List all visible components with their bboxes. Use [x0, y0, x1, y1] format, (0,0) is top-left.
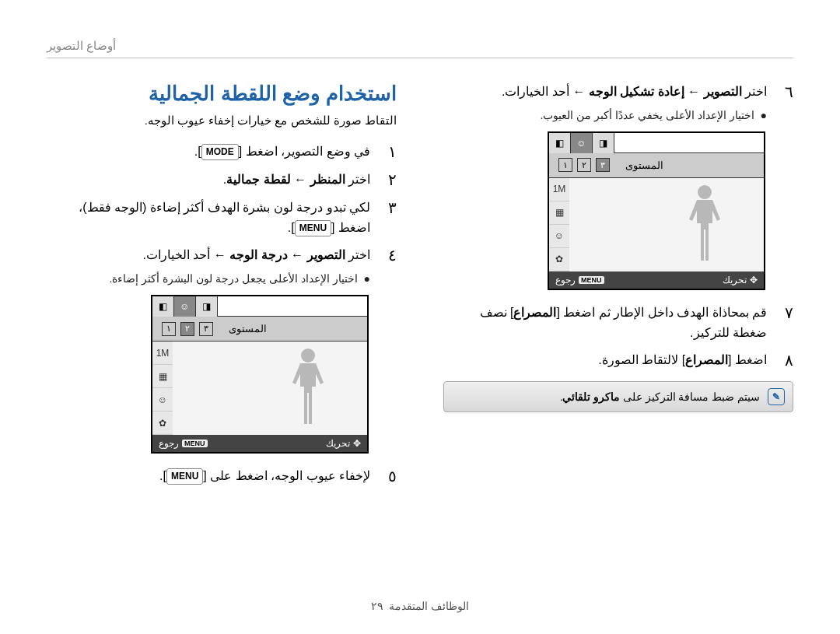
back-label: رجوع: [555, 275, 576, 285]
svg-point-0: [301, 349, 315, 363]
nav-icon: ✥: [353, 438, 361, 449]
tab-icon: ◨: [593, 133, 614, 153]
mode-key: MODE: [201, 144, 239, 160]
menu-key: MENU: [295, 220, 331, 236]
step-num: ٥: [381, 466, 397, 486]
move-label: تحريك: [723, 275, 747, 285]
menu-badge: MENU: [579, 276, 604, 284]
tab-icon-selected: ☺: [174, 296, 196, 317]
screen-sidebar: 1M ▦ ☺ ✿: [152, 342, 173, 435]
step-num: ٧: [778, 303, 793, 342]
nav-icon: ✥: [750, 275, 758, 285]
intro-text: التقاط صورة للشخص مع خيارات إخفاء عيوب ا…: [47, 114, 397, 128]
tab-icon: ◧: [549, 133, 571, 153]
camera-screen-a: ◧ ☺ ◨ المستوى ١٢٣ 1M ▦ ☺: [151, 295, 369, 454]
sidebar-icon: ✿: [549, 248, 569, 271]
screen-sidebar: 1M ▦ ☺ ✿: [549, 178, 569, 271]
camera-screen-b: ◧ ☺ ◨ المستوى ١٢٣ 1M ▦ ☺: [548, 131, 765, 290]
step-5: ٥ لإخفاء عيوب الوجه، اضغط على [MENU].: [47, 466, 397, 486]
level-boxes: ١٢٣: [162, 322, 213, 336]
svg-point-1: [698, 185, 712, 199]
sidebar-icon: 1M: [549, 178, 569, 201]
step-3: ٣ لكي تبدو درجة لون بشرة الهدف أكثر إضاء…: [47, 198, 397, 237]
step-num: ٨: [778, 350, 793, 370]
person-silhouette: [684, 183, 725, 267]
step-2: ٢ اختر المنظر ← لقطة جمالية.: [47, 170, 397, 190]
tab-icon-selected: ☺: [571, 133, 593, 153]
move-label: تحريك: [326, 438, 350, 449]
sidebar-icon: ☺: [549, 225, 569, 248]
step-num: ١: [381, 142, 397, 162]
bullet-dot: ●: [761, 107, 767, 124]
step-num: ٢: [381, 170, 397, 190]
section-title: استخدام وضع اللقطة الجمالية: [47, 82, 397, 106]
level-label: المستوى: [625, 159, 663, 171]
menu-badge: MENU: [182, 440, 208, 447]
level-boxes: ١٢٣: [558, 158, 610, 172]
note-box: ✎ سيتم ضبط مسافة التركيز على ماكرو تلقائ…: [443, 381, 793, 412]
step-4: ٤ اختر التصوير ← درجة الوجه ← أحد الخيار…: [47, 245, 397, 287]
page-footer: الوظائف المتقدمة ٢٩: [0, 600, 840, 612]
person-silhouette: [288, 346, 328, 430]
sidebar-icon: ☺: [152, 388, 173, 412]
sidebar-icon: ▦: [549, 201, 569, 225]
bullet-dot: ●: [364, 270, 370, 287]
step-6: ٦ اختر التصوير ← إعادة تشكيل الوجه ← أحد…: [443, 82, 793, 124]
tab-icon: ◨: [196, 296, 218, 317]
tab-icon: ◧: [152, 296, 174, 317]
step-num: ٤: [381, 245, 397, 287]
sidebar-icon: ✿: [152, 412, 173, 435]
step-8: ٨ اضغط [المصراع] لالتقاط الصورة.: [443, 350, 793, 370]
chapter-header: أوضاع التصوير: [47, 39, 793, 58]
back-label: رجوع: [159, 438, 179, 449]
level-label: المستوى: [229, 323, 267, 335]
step-text: في وضع التصوير، اضغط: [242, 145, 370, 158]
step-1: ١ في وضع التصوير، اضغط [MODE].: [47, 142, 397, 162]
sidebar-icon: 1M: [152, 342, 173, 365]
step-7: ٧ قم بمحاذاة الهدف داخل الإطار ثم اضغط […: [443, 303, 793, 342]
menu-key: MENU: [166, 468, 203, 485]
note-icon: ✎: [768, 388, 785, 405]
step-num: ٣: [381, 198, 397, 237]
step-num: ٦: [778, 82, 793, 124]
sidebar-icon: ▦: [152, 365, 173, 388]
